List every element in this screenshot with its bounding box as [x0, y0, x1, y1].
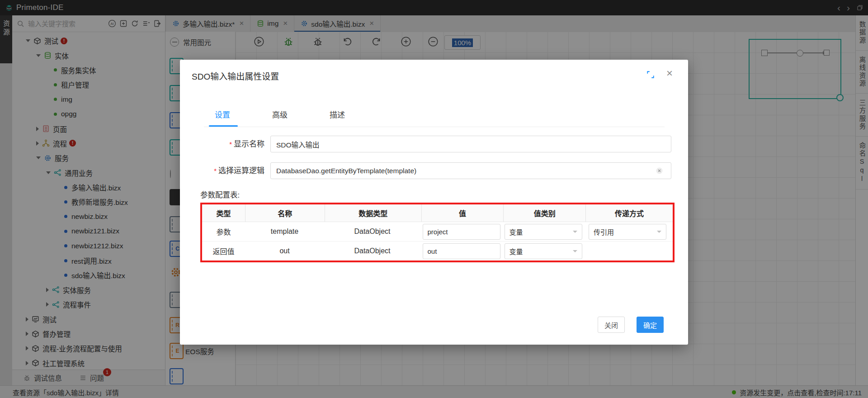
- value-input[interactable]: [423, 243, 500, 259]
- display-name-input[interactable]: [270, 136, 671, 152]
- clear-input-icon[interactable]: [656, 167, 663, 175]
- dialog-footer: 关闭 确定: [180, 317, 688, 333]
- cell-text: 参数: [202, 222, 245, 241]
- value-kind-select[interactable]: 变量: [505, 243, 582, 259]
- cancel-button[interactable]: 关闭: [598, 317, 625, 333]
- column-header-值: 值: [422, 204, 504, 222]
- cell-value-kind: 变量: [502, 242, 584, 261]
- dialog-tab-设置[interactable]: 设置: [215, 109, 230, 120]
- dialog-tab-高级[interactable]: 高级: [272, 109, 288, 120]
- dialog-tabs: 设置高级描述: [215, 109, 345, 120]
- table-row: 参数templateDataObject变量传引用: [202, 222, 673, 242]
- cell-value-kind: 变量: [502, 222, 584, 241]
- required-mark: *: [214, 167, 217, 175]
- cell-text: 返回值: [202, 242, 245, 261]
- cell-value: [420, 242, 502, 261]
- column-header-数据类型: 数据类型: [325, 204, 422, 222]
- app-root: Primeton-IDE ‹ › 资源 AI 测试!实体服务集实体租户管理img…: [0, 0, 868, 398]
- column-header-传递方式: 传递方式: [586, 204, 673, 222]
- required-mark: *: [229, 140, 232, 148]
- cell-pass-mode: [584, 242, 671, 261]
- cell-text: DataObject: [324, 222, 420, 241]
- logic-input[interactable]: [270, 162, 671, 179]
- value-kind-select[interactable]: 变量: [505, 224, 582, 240]
- dialog-title: SDO输入输出属性设置: [192, 70, 279, 82]
- cell-pass-mode: 传引用: [584, 222, 671, 241]
- cell-text: DataObject: [324, 242, 420, 261]
- cell-text: out: [245, 242, 324, 261]
- dialog-tab-描述[interactable]: 描述: [330, 109, 345, 120]
- logic-label: *选择运算逻辑: [180, 162, 264, 179]
- column-header-值类别: 值类别: [504, 204, 586, 222]
- display-name-row: *显示名称: [180, 136, 688, 152]
- param-table-caption: 参数配置表:: [200, 189, 240, 200]
- pass-mode-select[interactable]: 传引用: [589, 224, 666, 240]
- sdo-properties-dialog: SDO输入输出属性设置 × 设置高级描述 *显示名称 *选择运算逻辑 参数配置表…: [180, 60, 688, 345]
- param-config-table: 类型名称数据类型值值类别传递方式参数templateDataObject变量传引…: [200, 203, 675, 262]
- table-header-row: 类型名称数据类型值值类别传递方式: [202, 204, 673, 222]
- table-row: 返回值outDataObject变量: [202, 242, 673, 261]
- value-input[interactable]: [423, 224, 500, 240]
- logic-row: *选择运算逻辑: [180, 162, 688, 179]
- column-header-类型: 类型: [202, 204, 245, 222]
- column-header-名称: 名称: [245, 204, 325, 222]
- cell-text: template: [245, 222, 324, 241]
- tabs-divider: [204, 127, 665, 127]
- display-name-label: *显示名称: [180, 136, 264, 152]
- cell-value: [420, 222, 502, 241]
- close-icon[interactable]: ×: [666, 67, 673, 80]
- maximize-icon[interactable]: [646, 71, 655, 79]
- ok-button[interactable]: 确定: [637, 317, 664, 333]
